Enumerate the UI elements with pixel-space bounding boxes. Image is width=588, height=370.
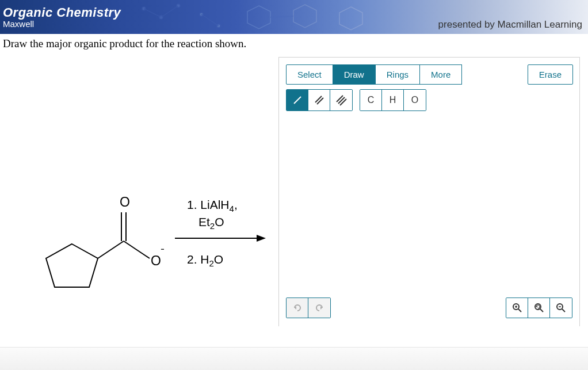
svg-line-2 bbox=[144, 9, 161, 17]
svg-line-7 bbox=[201, 14, 219, 26]
zoom-group bbox=[506, 297, 572, 318]
svg-line-22 bbox=[294, 97, 301, 104]
single-bond-icon bbox=[292, 94, 303, 106]
undo-redo-group bbox=[286, 297, 331, 318]
svg-line-4 bbox=[161, 6, 178, 17]
reactant-structure: O O − bbox=[32, 161, 164, 293]
svg-marker-12 bbox=[46, 244, 98, 287]
zoom-reset-button[interactable] bbox=[528, 298, 550, 318]
svg-marker-11 bbox=[339, 7, 362, 30]
double-bond-icon bbox=[314, 94, 325, 106]
header-presented-by: presented by Macmillan Learning bbox=[438, 19, 582, 30]
svg-line-23 bbox=[315, 96, 322, 102]
svg-line-35 bbox=[540, 309, 543, 312]
svg-line-26 bbox=[338, 97, 345, 104]
svg-line-25 bbox=[337, 96, 343, 102]
zoom-reset-icon bbox=[534, 303, 544, 313]
undo-button[interactable] bbox=[287, 298, 308, 318]
footer-bar bbox=[0, 347, 588, 370]
svg-line-24 bbox=[317, 98, 323, 104]
reagent-line-1: 1. LiAlH4, bbox=[187, 198, 238, 213]
header-decoration bbox=[115, 0, 432, 34]
redo-icon bbox=[314, 303, 324, 313]
undo-icon bbox=[292, 303, 303, 313]
double-bond-button[interactable] bbox=[308, 90, 330, 110]
tab-erase[interactable]: Erase bbox=[528, 64, 573, 85]
svg-line-16 bbox=[124, 241, 150, 258]
mode-toolbar: Select Draw Rings More Erase bbox=[286, 64, 572, 85]
reagent-line-2: 2. H2O bbox=[187, 253, 223, 268]
svg-line-31 bbox=[518, 309, 521, 312]
bottom-toolbar bbox=[286, 297, 572, 318]
subtool-row: C H O bbox=[286, 89, 572, 111]
tab-rings[interactable]: Rings bbox=[375, 64, 420, 85]
triple-bond-icon bbox=[335, 94, 347, 106]
atom-h-button[interactable]: H bbox=[382, 90, 404, 110]
zoom-out-button[interactable] bbox=[550, 298, 572, 318]
zoom-out-icon bbox=[556, 303, 566, 313]
bond-group bbox=[286, 89, 353, 111]
header-banner: Organic Chemistry Maxwell presented by M… bbox=[0, 0, 588, 34]
reaction-display: O O − 1. LiAlH4, Et2O 2. H2O bbox=[0, 57, 278, 326]
svg-text:O: O bbox=[120, 194, 130, 209]
tab-select[interactable]: Select bbox=[286, 64, 333, 85]
single-bond-button[interactable] bbox=[287, 90, 308, 110]
header-subtitle: Maxwell bbox=[3, 19, 121, 29]
tab-more[interactable]: More bbox=[419, 64, 462, 85]
header-title: Organic Chemistry bbox=[3, 5, 121, 20]
tab-draw[interactable]: Draw bbox=[333, 64, 376, 85]
atom-o-button[interactable]: O bbox=[404, 90, 426, 110]
svg-marker-8 bbox=[247, 6, 270, 29]
question-text: Draw the major organic product for the r… bbox=[0, 34, 588, 57]
zoom-in-icon bbox=[512, 303, 522, 313]
reaction-arrow bbox=[175, 232, 267, 244]
svg-line-38 bbox=[562, 309, 565, 312]
atom-c-button[interactable]: C bbox=[360, 90, 382, 110]
redo-button[interactable] bbox=[308, 298, 330, 318]
svg-marker-9 bbox=[293, 5, 316, 28]
drawing-panel: Select Draw Rings More Erase C H bbox=[278, 57, 580, 326]
svg-line-13 bbox=[98, 241, 124, 258]
drawing-canvas[interactable] bbox=[286, 116, 572, 277]
reagent-line-1b: Et2O bbox=[198, 215, 224, 231]
svg-text:−: − bbox=[161, 243, 164, 255]
zoom-in-button[interactable] bbox=[506, 298, 528, 318]
svg-text:O: O bbox=[151, 253, 161, 268]
atom-group: C H O bbox=[360, 89, 426, 111]
svg-marker-21 bbox=[257, 235, 266, 242]
svg-line-10 bbox=[270, 16, 293, 17]
svg-line-27 bbox=[340, 99, 346, 105]
triple-bond-button[interactable] bbox=[330, 90, 352, 110]
